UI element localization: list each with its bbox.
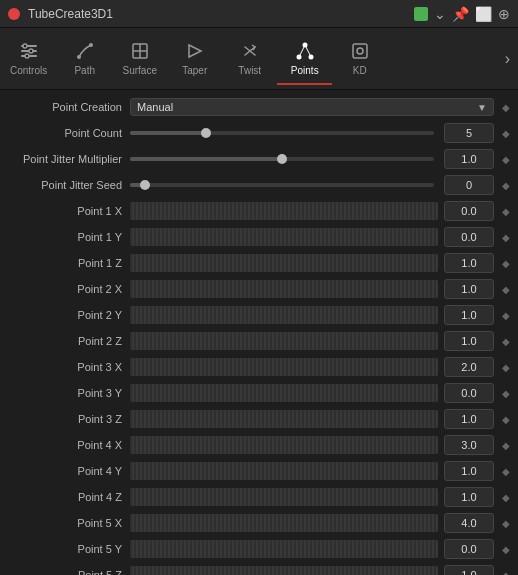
point-jitter-mult-input[interactable] <box>444 149 494 169</box>
title-bar: TubeCreate3D1 ⌄ 📌 ⬜ ⊕ <box>0 0 518 28</box>
point-slider-8[interactable] <box>130 384 438 402</box>
point-jitter-seed-reset[interactable] <box>498 177 514 193</box>
tab-surface[interactable]: Surface <box>112 32 167 85</box>
point-count-reset[interactable] <box>498 125 514 141</box>
point-input-11[interactable] <box>444 461 494 481</box>
point-slider-13[interactable] <box>130 514 438 532</box>
tab-controls[interactable]: Controls <box>0 32 57 85</box>
params-content: Point Creation Manual ▼ Point Count Poin… <box>0 90 518 575</box>
point-slider-11[interactable] <box>130 462 438 480</box>
point-reset-7[interactable] <box>498 359 514 375</box>
point-input-13[interactable] <box>444 513 494 533</box>
point-row-13: Point 5 X <box>0 510 518 536</box>
point-creation-value: Manual <box>137 101 173 113</box>
point-input-12[interactable] <box>444 487 494 507</box>
point-row-label-4: Point 2 X <box>0 283 130 295</box>
toolbar-more-icon[interactable]: › <box>497 50 518 68</box>
point-reset-5[interactable] <box>498 307 514 323</box>
point-jitter-mult-slider[interactable] <box>130 157 434 161</box>
svg-point-7 <box>89 43 93 47</box>
dropdown-arrow-icon: ▼ <box>477 102 487 113</box>
point-slider-2[interactable] <box>130 228 438 246</box>
point-row-label-11: Point 4 Y <box>0 465 130 477</box>
point-slider-1[interactable] <box>130 202 438 220</box>
point-slider-7[interactable] <box>130 358 438 376</box>
point-reset-1[interactable] <box>498 203 514 219</box>
point-input-9[interactable] <box>444 409 494 429</box>
point-count-input[interactable] <box>444 123 494 143</box>
svg-line-15 <box>305 45 311 57</box>
point-creation-row: Point Creation Manual ▼ <box>0 94 518 120</box>
path-icon <box>75 41 95 61</box>
point-reset-8[interactable] <box>498 385 514 401</box>
point-jitter-mult-reset[interactable] <box>498 151 514 167</box>
point-reset-14[interactable] <box>498 541 514 557</box>
point-reset-9[interactable] <box>498 411 514 427</box>
point-jitter-mult-row: Point Jitter Multiplier <box>0 146 518 172</box>
svg-point-17 <box>357 48 363 54</box>
tab-taper[interactable]: Taper <box>167 32 222 85</box>
point-slider-15[interactable] <box>130 566 438 575</box>
point-input-7[interactable] <box>444 357 494 377</box>
surface-label: Surface <box>123 65 157 76</box>
point-row-15: Point 5 Z <box>0 562 518 575</box>
svg-point-5 <box>25 54 29 58</box>
point-reset-12[interactable] <box>498 489 514 505</box>
point-reset-11[interactable] <box>498 463 514 479</box>
close-button[interactable] <box>8 8 20 20</box>
point-creation-dropdown[interactable]: Manual ▼ <box>130 98 494 116</box>
point-slider-4[interactable] <box>130 280 438 298</box>
point-input-5[interactable] <box>444 305 494 325</box>
point-input-4[interactable] <box>444 279 494 299</box>
point-count-slider[interactable] <box>130 131 434 135</box>
point-row-label-9: Point 3 Z <box>0 413 130 425</box>
title-controls: ⌄ 📌 ⬜ ⊕ <box>414 6 510 22</box>
point-reset-4[interactable] <box>498 281 514 297</box>
point-input-2[interactable] <box>444 227 494 247</box>
point-input-15[interactable] <box>444 565 494 575</box>
point-input-6[interactable] <box>444 331 494 351</box>
point-reset-13[interactable] <box>498 515 514 531</box>
tab-twist[interactable]: Twist <box>222 32 277 85</box>
point-reset-3[interactable] <box>498 255 514 271</box>
twist-label: Twist <box>238 65 261 76</box>
point-jitter-seed-control <box>130 175 494 195</box>
point-jitter-seed-slider[interactable] <box>130 183 434 187</box>
point-slider-3[interactable] <box>130 254 438 272</box>
point-reset-15[interactable] <box>498 567 514 575</box>
svg-point-3 <box>23 44 27 48</box>
point-input-1[interactable] <box>444 201 494 221</box>
point-slider-5[interactable] <box>130 306 438 324</box>
point-row-label-12: Point 4 Z <box>0 491 130 503</box>
point-slider-14[interactable] <box>130 540 438 558</box>
maximize-icon[interactable]: ⬜ <box>475 6 492 22</box>
point-jitter-seed-input[interactable] <box>444 175 494 195</box>
point-row-label-3: Point 1 Z <box>0 257 130 269</box>
point-input-8[interactable] <box>444 383 494 403</box>
point-reset-2[interactable] <box>498 229 514 245</box>
point-slider-12[interactable] <box>130 488 438 506</box>
chevron-down-icon[interactable]: ⌄ <box>434 6 446 22</box>
point-input-10[interactable] <box>444 435 494 455</box>
pin-icon[interactable]: 📌 <box>452 6 469 22</box>
point-input-3[interactable] <box>444 253 494 273</box>
point-row-label-5: Point 2 Y <box>0 309 130 321</box>
point-jitter-mult-label: Point Jitter Multiplier <box>0 153 130 165</box>
tab-kd[interactable]: KD <box>332 32 387 85</box>
controls-label: Controls <box>10 65 47 76</box>
point-creation-control: Manual ▼ <box>130 98 494 116</box>
point-slider-9[interactable] <box>130 410 438 428</box>
point-reset-10[interactable] <box>498 437 514 453</box>
settings-icon[interactable]: ⊕ <box>498 6 510 22</box>
point-slider-6[interactable] <box>130 332 438 350</box>
tab-points[interactable]: Points <box>277 32 332 85</box>
point-input-14[interactable] <box>444 539 494 559</box>
point-slider-10[interactable] <box>130 436 438 454</box>
toolbar: Controls Path Surface Taper <box>0 28 518 90</box>
point-jitter-seed-label: Point Jitter Seed <box>0 179 130 191</box>
point-reset-6[interactable] <box>498 333 514 349</box>
point-creation-reset[interactable] <box>498 99 514 115</box>
tab-path[interactable]: Path <box>57 32 112 85</box>
point-row-label-8: Point 3 Y <box>0 387 130 399</box>
path-label: Path <box>74 65 95 76</box>
